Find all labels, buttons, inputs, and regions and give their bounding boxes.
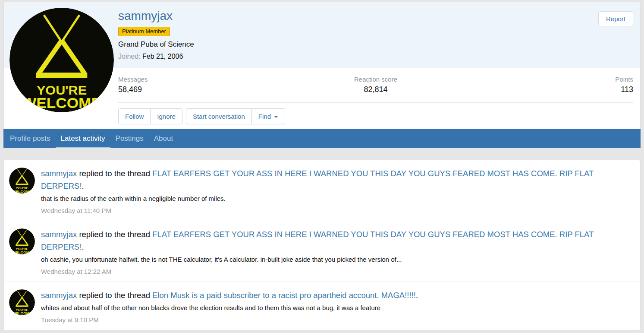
latest-activity-list: sammyjax replied to the thread FLAT EARF…	[3, 160, 641, 330]
stat-messages-label: Messages	[118, 76, 290, 83]
profile-actions: Follow Ignore Start conversation Find	[118, 103, 640, 129]
stats-row: Messages 58,469 Reaction score 82,814 Po…	[118, 68, 633, 103]
activity-action-text: replied to the thread	[79, 230, 150, 239]
activity-body: sammyjax replied to the thread FLAT EARF…	[41, 167, 633, 215]
activity-headline-suffix: .	[82, 181, 84, 190]
profile-header-card: sammyjax Platinum Member Grand Puba of S…	[3, 2, 641, 129]
activity-snippet: oh cashie, you unfortunate halfwit. the …	[41, 255, 633, 264]
activity-body: sammyjax replied to the thread FLAT EARF…	[41, 228, 633, 276]
stat-messages-value[interactable]: 58,469	[118, 85, 290, 94]
profile-avatar[interactable]	[9, 8, 114, 112]
follow-button[interactable]: Follow	[118, 108, 151, 124]
activity-user-link[interactable]: sammyjax	[41, 230, 77, 239]
activity-headline: sammyjax replied to the thread FLAT EARF…	[41, 167, 633, 192]
activity-user-link[interactable]: sammyjax	[41, 169, 77, 178]
tab-profile-posts[interactable]: Profile posts	[5, 129, 56, 148]
activity-headline-suffix: .	[82, 242, 84, 251]
activity-item: sammyjax replied to the thread FLAT EARF…	[4, 221, 640, 282]
activity-timestamp[interactable]: Tuesday at 9:10 PM	[41, 316, 99, 323]
activity-avatar[interactable]	[9, 168, 35, 193]
start-conversation-button[interactable]: Start conversation	[186, 108, 252, 124]
activity-item: sammyjax replied to the thread FLAT EARF…	[4, 160, 640, 221]
activity-action-text: replied to the thread	[79, 291, 150, 300]
stat-points-value[interactable]: 113	[462, 85, 633, 94]
find-button[interactable]: Find	[252, 108, 285, 124]
chevron-down-icon	[274, 116, 278, 118]
profile-page: sammyjax Platinum Member Grand Puba of S…	[0, 0, 644, 330]
activity-avatar[interactable]	[9, 228, 35, 254]
tab-latest-activity[interactable]: Latest activity	[56, 129, 110, 148]
stat-reaction-score-value: 82,814	[290, 85, 462, 94]
activity-headline: sammyjax replied to the thread FLAT EARF…	[41, 228, 633, 253]
avatar-image	[9, 228, 35, 254]
joined-row: Joined: Feb 21, 2006	[118, 53, 640, 60]
activity-snippet: whites and about half of the other non b…	[41, 304, 633, 312]
activity-snippet: that is the radius of the earth within a…	[41, 194, 633, 203]
stat-points: Points 113	[462, 76, 633, 94]
ignore-button[interactable]: Ignore	[151, 108, 182, 124]
tab-postings[interactable]: Postings	[110, 129, 149, 148]
stat-reaction-score-label: Reaction score	[290, 76, 462, 83]
avatar-image	[9, 168, 35, 193]
activity-avatar[interactable]	[9, 289, 35, 315]
activity-body: sammyjax replied to the thread Elon Musk…	[41, 289, 633, 324]
activity-timestamp[interactable]: Wednesday at 11:40 PM	[41, 207, 111, 214]
joined-label: Joined:	[118, 53, 141, 60]
stat-points-label: Points	[462, 76, 633, 83]
activity-thread-link[interactable]: Elon Musk is a paid subscriber to a raci…	[152, 291, 416, 300]
username: sammyjax	[118, 9, 640, 23]
avatar-image	[9, 289, 35, 315]
activity-item: sammyjax replied to the thread Elon Musk…	[4, 282, 640, 330]
avatar-image	[9, 8, 114, 112]
activity-timestamp[interactable]: Wednesday at 12:22 AM	[41, 268, 111, 275]
stat-reaction-score: Reaction score 82,814	[290, 76, 462, 94]
joined-date: Feb 21, 2006	[142, 53, 183, 60]
tab-about[interactable]: About	[149, 129, 178, 148]
report-button[interactable]: Report	[598, 11, 633, 26]
custom-user-title: Grand Puba of Science	[118, 40, 640, 49]
stat-messages: Messages 58,469	[118, 76, 290, 94]
activity-action-text: replied to the thread	[79, 169, 150, 178]
activity-headline: sammyjax replied to the thread Elon Musk…	[41, 289, 633, 301]
profile-tab-bar: Profile posts Latest activity Postings A…	[3, 129, 641, 148]
conversation-find-group: Start conversation Find	[186, 108, 285, 124]
member-badge: Platinum Member	[118, 27, 170, 36]
find-button-label: Find	[258, 113, 271, 120]
follow-ignore-group: Follow Ignore	[118, 108, 182, 124]
activity-headline-suffix: .	[416, 291, 418, 300]
activity-user-link[interactable]: sammyjax	[41, 291, 77, 300]
